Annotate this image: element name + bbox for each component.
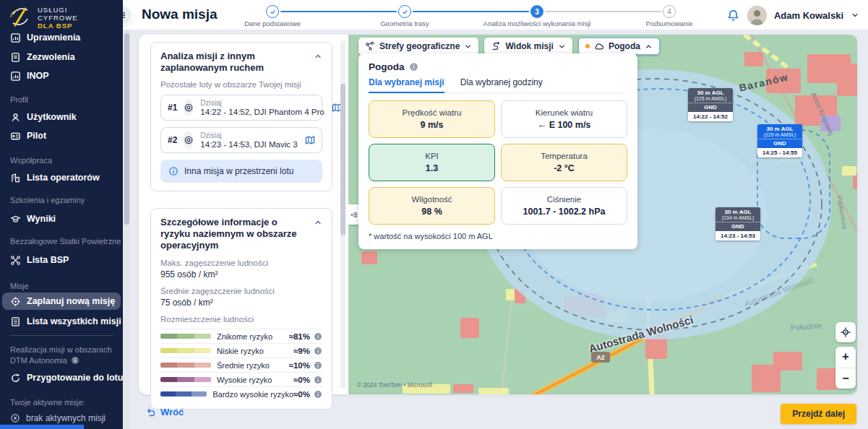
- locate-button[interactable]: [835, 322, 856, 342]
- flight-number: #2: [168, 135, 177, 145]
- risk-card: Szczegółowe informacje o ryzyku naziemny…: [150, 208, 332, 410]
- risk-row: Niskie ryzyko ≈9%: [160, 343, 322, 358]
- info-icon[interactable]: [314, 390, 322, 399]
- info-icon[interactable]: [314, 361, 322, 370]
- flight-details: 14:22 - 14:52, DJI Phantom 4 Pro: [200, 108, 324, 116]
- user-icon: [10, 112, 21, 123]
- temperature-tile[interactable]: Temperatura-2 °C: [501, 144, 627, 181]
- user-name[interactable]: Adam Kowalski: [774, 10, 843, 21]
- flight-altitude-badge-2[interactable]: 30 m AGL(129 m AMSL)GND 14:25 - 14:55: [757, 124, 802, 157]
- chevron-down-icon: [464, 43, 472, 51]
- wind-direction-tile[interactable]: Kierunek wiatru← E 100 m/s: [501, 100, 627, 138]
- permissions-icon: [10, 32, 21, 43]
- sidebar: USŁUGI CYFROWE DLA BSP Uprawnienia Zezwo…: [0, 0, 123, 429]
- risk-color-bar: [160, 334, 211, 339]
- kpi-tile[interactable]: KPI1.3: [369, 144, 495, 181]
- sidebar-item-przygotowanie[interactable]: Przygotowanie do lotu: [10, 370, 120, 386]
- chevron-down-icon[interactable]: [851, 11, 859, 20]
- risk-color-bar: [160, 348, 211, 353]
- geographic-zones-button[interactable]: Strefy geograficzne: [358, 38, 478, 55]
- avatar[interactable]: [747, 6, 767, 25]
- sidebar-item-lista-operatorow[interactable]: Lista operatorów: [10, 170, 120, 186]
- show-on-map-icon[interactable]: [304, 134, 316, 146]
- weather-status-dot: [585, 44, 590, 48]
- bell-icon[interactable]: [726, 9, 740, 22]
- chevron-up-icon[interactable]: [314, 52, 322, 61]
- dtm-note-line1: Realizacja misji w obszarach: [10, 345, 120, 354]
- check-icon: [269, 8, 277, 16]
- observe-icon[interactable]: [184, 99, 194, 116]
- risk-color-bar: [160, 363, 211, 368]
- chevron-up-icon: [645, 43, 653, 51]
- chevron-down-icon: [558, 43, 566, 51]
- info-icon[interactable]: [409, 62, 418, 72]
- top-header: Nowa misja Dane podstawowe Geometria tra…: [123, 0, 868, 30]
- weather-tab-mission[interactable]: Dla wybranej misji: [369, 77, 444, 93]
- sidebar-item-pilot[interactable]: Pilot: [10, 128, 120, 144]
- active-missions-label: Twoje aktywne misje:: [10, 398, 120, 407]
- info-icon: [71, 356, 80, 365]
- risk-row: Wysokie ryzyko ≈0%: [160, 372, 322, 386]
- wind-speed-tile[interactable]: Prędkość wiatru9 m/s: [369, 100, 495, 138]
- weather-button[interactable]: Pogoda: [578, 38, 660, 55]
- avg-density-value: 75 osób / km²: [160, 298, 322, 308]
- building-icon: [10, 173, 21, 183]
- step-3-circle[interactable]: 3: [530, 5, 543, 18]
- active-missions-empty: brak aktywnych misji: [10, 410, 120, 426]
- map-toolbar: Strefy geograficzne Widok misji Pogoda: [358, 38, 660, 55]
- max-density-value: 955 osób / km²: [160, 269, 322, 280]
- section-misje: Misje: [10, 282, 120, 290]
- loop-icon: [10, 373, 21, 384]
- risk-row: Bardzo wysokie ryzyko ≈0%: [160, 386, 322, 401]
- weather-tabs: Dla wybranej misji Dla wybranej godziny: [369, 77, 627, 93]
- pressure-tile[interactable]: Ciśnienie1001.7 - 1002.2 hPa: [501, 187, 627, 225]
- info-icon[interactable]: [314, 376, 322, 384]
- flight-altitude-badge-1[interactable]: 30 m AGL(125 m AMSL)GND 14:22 - 14:52: [688, 88, 733, 121]
- cards-scrollbar-thumb[interactable]: [340, 84, 345, 235]
- sidebar-item-lista-bsp[interactable]: Lista BSP: [10, 252, 120, 268]
- zoom-out-button[interactable]: −: [835, 368, 856, 389]
- next-button[interactable]: Przejdź dalej: [781, 404, 856, 424]
- sidebar-item-zezwolenia[interactable]: Zezwolenia: [10, 49, 120, 65]
- flight-altitude-badge-3[interactable]: 30 m AGL(134 m AMSL)GND 14:23 - 14:53: [716, 207, 760, 240]
- flight-row-2[interactable]: #2 Dzisiaj 14:23 - 14:53, DJI Mavic 3: [160, 127, 322, 153]
- sidebar-item-zaplanuj-misje[interactable]: Zaplanuj nową misję: [2, 292, 121, 310]
- info-icon[interactable]: [314, 332, 322, 341]
- sidebar-item-uzytkownik[interactable]: Użytkownik: [10, 109, 120, 125]
- section-wspolpraca: Współpraca: [10, 156, 120, 165]
- sidebar-item-inop[interactable]: INOP: [10, 68, 120, 84]
- weather-tab-hour[interactable]: Dla wybranej godziny: [460, 77, 543, 92]
- zoom-in-button[interactable]: +: [835, 347, 856, 368]
- weather-title: Pogoda: [369, 61, 405, 72]
- traffic-notice-text: Inna misja w przestrzeni lotu: [184, 166, 293, 176]
- chevron-up-icon[interactable]: [314, 218, 322, 227]
- map-canvas[interactable]: Baranów Armii Krajowej Papiernicza Autos…: [348, 35, 857, 394]
- section-bsp: Bezzałogowe Statki Powietrzne: [10, 237, 120, 246]
- step-4-circle[interactable]: 4: [663, 5, 676, 18]
- observe-icon[interactable]: [184, 131, 194, 149]
- max-density-label: Maks. zagęszczenie ludności: [160, 259, 322, 267]
- sidebar-item-wyniki[interactable]: Wyniki: [10, 211, 120, 227]
- info-icon[interactable]: [314, 347, 322, 355]
- cards-scrollbar[interactable]: [340, 40, 345, 389]
- app-logo: USŁUGI CYFROWE DLA BSP: [7, 5, 78, 30]
- step-1-circle[interactable]: [266, 5, 279, 18]
- mission-view-button[interactable]: Widok misji: [484, 38, 572, 55]
- risk-color-bar: [160, 391, 207, 396]
- page-scrollbar[interactable]: [124, 30, 130, 429]
- sidebar-item-uprawnienia[interactable]: Uprawnienia: [10, 30, 120, 46]
- step-2-label: Geometria trasy: [343, 20, 466, 27]
- traffic-notice-banner: Inna misja w przestrzeni lotu: [160, 160, 322, 183]
- flight-number: #1: [168, 103, 177, 113]
- traffic-card-subtitle: Pozostałe loty w obszarze Twojej misji: [160, 80, 322, 89]
- humidity-tile[interactable]: Wilgotność98 %: [369, 187, 495, 225]
- drone-icon: [10, 255, 21, 266]
- sidebar-item-lista-misji[interactable]: Lista wszystkich misji: [10, 313, 120, 329]
- flight-row-1[interactable]: #1 Dzisiaj 14:22 - 14:52, DJI Phantom 4 …: [160, 95, 322, 121]
- content-panel: Analiza misji z innym zaplanowanym ruche…: [139, 35, 857, 394]
- step-2-circle[interactable]: [398, 5, 411, 18]
- back-button[interactable]: Wróć: [146, 407, 184, 417]
- x-circle-icon: [10, 413, 20, 423]
- page-scrollbar-thumb[interactable]: [124, 33, 129, 225]
- traffic-card-title: Analiza misji z innym zaplanowanym ruche…: [160, 51, 308, 74]
